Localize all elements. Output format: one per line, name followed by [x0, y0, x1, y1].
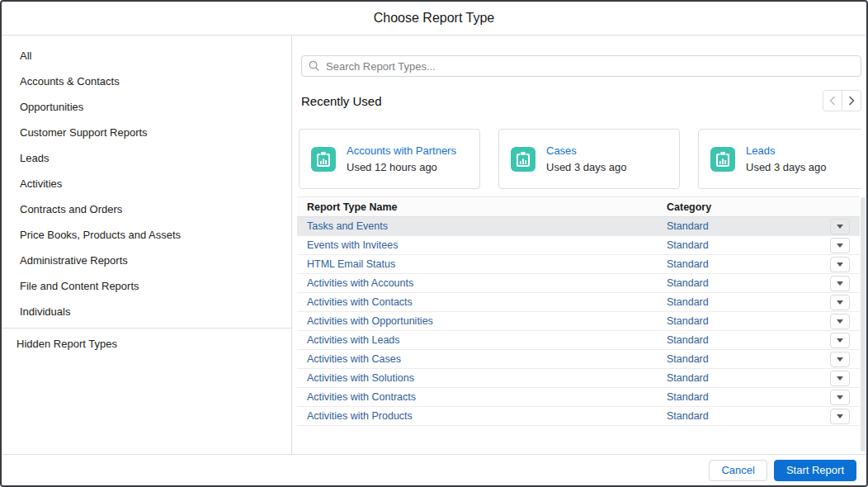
dropdown-arrow-icon [837, 225, 843, 229]
report-type-name-link[interactable]: Tasks and Events [297, 220, 667, 232]
row-actions-dropdown-button[interactable] [830, 409, 850, 424]
report-type-name-link[interactable]: Activities with Accounts [297, 277, 667, 289]
dropdown-arrow-icon [837, 300, 843, 305]
chevron-left-icon [828, 96, 837, 106]
row-actions-dropdown-button[interactable] [830, 219, 850, 234]
recent-report-type-card[interactable]: Accounts with Partners Used 12 hours ago [299, 129, 480, 189]
sidebar-category-item[interactable]: Contracts and Orders [2, 196, 291, 222]
table-header-row: Report Type Name Category [297, 196, 860, 217]
report-type-panel: Recently Used [292, 35, 866, 454]
carousel-controls [823, 90, 861, 111]
recent-cards: Accounts with Partners Used 12 hours ago… [299, 129, 861, 189]
sidebar-item-hidden-report-types[interactable]: Hidden Report Types [2, 329, 291, 359]
report-type-category-link[interactable]: Standard [667, 296, 827, 308]
carousel-prev-button[interactable] [823, 90, 842, 111]
row-actions-dropdown-button[interactable] [830, 390, 850, 405]
recent-card-title-link[interactable]: Leads [746, 144, 827, 157]
sidebar-category-item[interactable]: All [2, 43, 291, 69]
sidebar-category-item[interactable]: Activities [2, 171, 291, 196]
sidebar-category-item[interactable]: Leads [2, 145, 291, 171]
dropdown-arrow-icon [837, 244, 843, 248]
modal-footer: Cancel Start Report [2, 454, 866, 485]
report-type-name-link[interactable]: Activities with Solutions [297, 372, 667, 384]
row-actions-dropdown-button[interactable] [830, 314, 850, 329]
report-type-table: Report Type Name Category Tasks and Even… [297, 196, 860, 426]
report-type-row[interactable]: Activities with Solutions Standard [297, 369, 860, 388]
row-actions-dropdown-button[interactable] [830, 333, 850, 348]
report-type-category-link[interactable]: Standard [667, 391, 827, 403]
report-type-row[interactable]: Events with Invitees Standard [297, 236, 860, 255]
recent-card-title-link[interactable]: Cases [546, 144, 627, 157]
recently-used-heading: Recently Used [301, 94, 382, 108]
sidebar-category-item[interactable]: Individuals [2, 299, 291, 324]
dropdown-arrow-icon [837, 395, 843, 400]
carousel-next-button[interactable] [842, 90, 861, 111]
dropdown-arrow-icon [837, 262, 843, 267]
report-type-icon [311, 147, 336, 172]
row-actions-dropdown-button[interactable] [830, 276, 850, 291]
dropdown-arrow-icon [837, 281, 843, 286]
report-type-name-link[interactable]: Activities with Leads [297, 334, 667, 346]
category-sidebar: All Accounts & Contacts Opportunities Cu… [2, 35, 292, 454]
report-type-name-link[interactable]: Activities with Contracts [297, 391, 667, 403]
report-type-category-link[interactable]: Standard [667, 239, 827, 251]
sidebar-category-item[interactable]: Customer Support Reports [2, 120, 291, 145]
recently-used-row: Recently Used [301, 90, 861, 111]
report-type-category-link[interactable]: Standard [667, 372, 827, 384]
recent-card-used-label: Used 3 days ago [746, 161, 827, 173]
sidebar-category-item[interactable]: Accounts & Contacts [2, 69, 291, 94]
recent-card-text: Cases Used 3 days ago [546, 144, 627, 174]
modal-header: Choose Report Type [2, 2, 866, 35]
report-type-category-link[interactable]: Standard [667, 220, 827, 232]
sidebar-category-item[interactable]: File and Content Reports [2, 273, 291, 299]
report-type-name-link[interactable]: HTML Email Status [297, 258, 667, 270]
report-type-name-link[interactable]: Activities with Opportunities [297, 315, 667, 327]
report-type-row[interactable]: HTML Email Status Standard [297, 255, 860, 274]
report-type-icon [710, 147, 735, 172]
row-actions-dropdown-button[interactable] [830, 257, 850, 272]
sidebar-category-item[interactable]: Administrative Reports [2, 248, 291, 273]
report-type-row[interactable]: Tasks and Events Standard [297, 217, 860, 236]
modal-title: Choose Report Type [374, 11, 494, 26]
report-type-row[interactable]: Activities with Cases Standard [297, 350, 860, 369]
row-actions-dropdown-button[interactable] [830, 295, 850, 310]
sidebar-category-list: All Accounts & Contacts Opportunities Cu… [2, 43, 291, 324]
recent-report-type-card[interactable]: Leads Used 3 days ago [698, 129, 861, 189]
start-report-button[interactable]: Start Report [774, 460, 856, 481]
search-icon [309, 60, 319, 71]
report-type-name-link[interactable]: Events with Invitees [297, 239, 667, 251]
row-actions-dropdown-button[interactable] [830, 352, 850, 367]
report-type-category-link[interactable]: Standard [667, 353, 827, 365]
search-box [301, 55, 861, 77]
table-scrollbar[interactable] [861, 197, 866, 452]
report-type-category-link[interactable]: Standard [667, 334, 827, 346]
report-type-name-link[interactable]: Activities with Contacts [297, 296, 667, 308]
report-type-category-link[interactable]: Standard [667, 277, 827, 289]
report-type-row[interactable]: Activities with Contracts Standard [297, 388, 860, 407]
report-type-name-link[interactable]: Activities with Cases [297, 353, 667, 365]
report-type-category-link[interactable]: Standard [667, 315, 827, 327]
sidebar-category-item[interactable]: Opportunities [2, 94, 291, 120]
report-type-category-link[interactable]: Standard [667, 258, 827, 270]
column-header-report-type-name: Report Type Name [297, 201, 667, 213]
report-type-category-link[interactable]: Standard [667, 410, 827, 422]
recent-report-type-card[interactable]: Cases Used 3 days ago [498, 129, 680, 189]
report-type-name-link[interactable]: Activities with Products [297, 410, 667, 422]
recent-card-text: Accounts with Partners Used 12 hours ago [347, 144, 456, 174]
cancel-button[interactable]: Cancel [709, 460, 767, 481]
report-type-row[interactable]: Activities with Leads Standard [297, 331, 860, 350]
choose-report-type-modal: Choose Report Type All Accounts & Contac… [0, 0, 868, 487]
sidebar-category-item[interactable]: Price Books, Products and Assets [2, 222, 291, 248]
report-type-row[interactable]: Activities with Products Standard [297, 407, 860, 426]
row-actions-dropdown-button[interactable] [830, 238, 850, 253]
search-input[interactable] [301, 55, 861, 77]
report-type-row[interactable]: Activities with Accounts Standard [297, 274, 860, 293]
recent-card-used-label: Used 12 hours ago [347, 161, 437, 173]
recent-card-title-link[interactable]: Accounts with Partners [347, 144, 456, 157]
row-actions-dropdown-button[interactable] [830, 371, 850, 386]
dropdown-arrow-icon [837, 319, 843, 324]
report-type-row[interactable]: Activities with Opportunities Standard [297, 312, 860, 331]
report-type-row[interactable]: Activities with Contacts Standard [297, 293, 860, 312]
report-type-table-body: Tasks and Events Standard Events with In… [297, 217, 860, 426]
dropdown-arrow-icon [837, 414, 843, 418]
